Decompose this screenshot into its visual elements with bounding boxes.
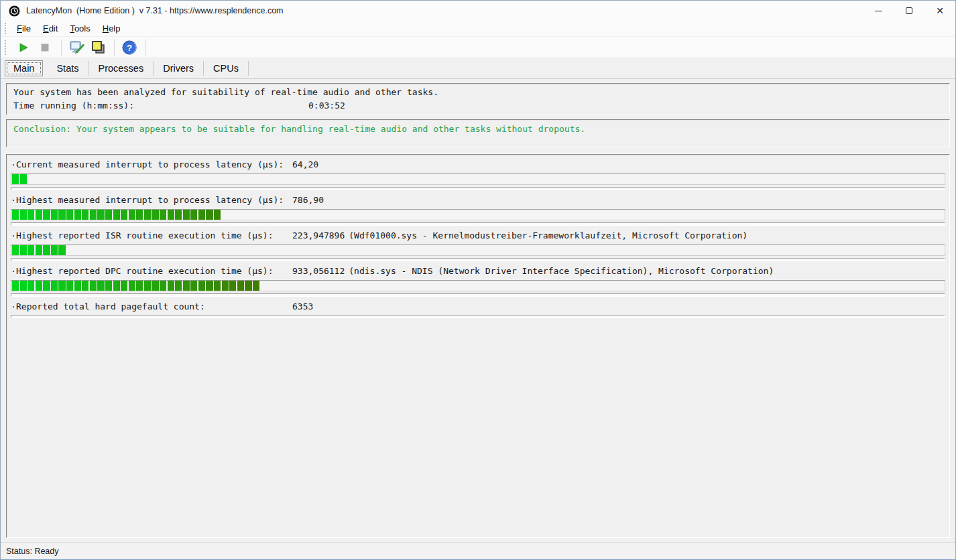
close-button[interactable]: ✕	[924, 1, 955, 21]
measurement-line: ·Current measured interrupt to process l…	[11, 159, 945, 171]
time-running-label: Time running (h:mm:ss):	[13, 99, 308, 113]
minimize-button[interactable]	[863, 1, 894, 21]
tab-drivers[interactable]: Drivers	[154, 61, 203, 76]
bar-segment	[206, 210, 213, 220]
bar-segment	[82, 281, 88, 291]
measurement-row: ·Highest reported DPC routine execution …	[11, 265, 945, 297]
bar-segment	[129, 281, 135, 291]
latency-bar-track	[11, 173, 945, 185]
bar-segment	[183, 210, 190, 220]
maximize-icon	[906, 7, 912, 14]
bar-segment	[113, 210, 120, 220]
measurement-label: Reported total hard pagefault count:	[16, 301, 292, 313]
menubar-gripper[interactable]	[5, 23, 8, 34]
latency-bar-track	[11, 280, 945, 291]
conclusion-text: Conclusion: Your system appears to be su…	[13, 124, 943, 134]
tab-stats[interactable]: Stats	[47, 61, 88, 76]
copy-report-button[interactable]	[88, 39, 108, 56]
close-icon: ✕	[936, 6, 944, 15]
play-icon	[18, 42, 29, 53]
bar-segment	[20, 210, 27, 220]
maximize-button[interactable]	[894, 1, 924, 21]
bar-segment	[105, 210, 112, 220]
latency-bar-track	[11, 244, 945, 256]
bar-segment	[183, 281, 190, 291]
menu-help[interactable]: Help	[97, 21, 127, 36]
bar-segment	[58, 210, 65, 220]
bar-segment	[253, 281, 259, 291]
measurement-driver-info: (ndis.sys - NDIS (Network Driver Interfa…	[349, 266, 774, 276]
separator-groove	[11, 315, 945, 318]
conclusion-panel: Conclusion: Your system appears to be su…	[6, 119, 950, 147]
bar-segment	[20, 174, 27, 184]
bar-segment	[36, 281, 42, 291]
measurement-value: 786,90	[292, 194, 345, 206]
bar-segment	[160, 210, 166, 220]
measurement-value: 223,947896	[292, 230, 345, 242]
bar-segment	[214, 281, 221, 291]
bar-segment	[136, 281, 143, 291]
status-text: Status: Ready	[6, 547, 59, 556]
bar-segment	[168, 210, 174, 220]
menu-tools[interactable]: Tools	[64, 21, 96, 36]
bar-segment	[198, 210, 205, 220]
measurement-line: ·Highest reported ISR routine execution …	[11, 230, 945, 242]
bar-segment	[27, 245, 34, 255]
tab-separator	[248, 61, 249, 76]
bar-segment	[152, 281, 158, 291]
separator-groove	[11, 258, 945, 261]
bar-segment	[20, 245, 27, 255]
help-button[interactable]: ?	[119, 39, 139, 56]
separator-groove	[11, 222, 945, 226]
stop-icon	[40, 43, 50, 52]
bar-segment	[82, 210, 88, 220]
tab-processes[interactable]: Processes	[88, 61, 153, 76]
minimize-icon	[875, 11, 882, 11]
bar-segment	[229, 281, 236, 291]
bar-segment	[12, 174, 19, 184]
menubar: File Edit Tools Help	[1, 21, 955, 37]
tab-main[interactable]: Main	[5, 60, 43, 76]
bar-segment	[97, 210, 104, 220]
menu-edit[interactable]: Edit	[37, 21, 64, 36]
stop-monitor-button[interactable]	[35, 39, 55, 56]
bar-segment	[12, 281, 19, 291]
menu-file[interactable]: File	[11, 21, 37, 36]
bar-segment	[51, 210, 58, 220]
measurement-value: 933,056112	[292, 265, 345, 277]
toolbar-gripper[interactable]	[5, 40, 8, 55]
tab-cpus[interactable]: CPUs	[204, 61, 248, 76]
bar-segment	[36, 245, 42, 255]
options-button[interactable]	[66, 39, 86, 56]
bar-segment	[43, 281, 50, 291]
separator-groove	[11, 187, 945, 190]
bar-segment	[113, 281, 120, 291]
bullet-dot: ·	[11, 301, 16, 313]
window-controls: ✕	[863, 1, 955, 21]
toolbar-separator	[114, 40, 115, 56]
measurement-label: Highest reported ISR routine execution t…	[16, 230, 292, 242]
bullet-dot: ·	[11, 230, 16, 242]
bar-segment	[214, 210, 221, 220]
latencymon-window: LatencyMon (Home Edition ) v 7.31 - http…	[0, 0, 956, 560]
start-monitor-button[interactable]	[13, 39, 34, 56]
bar-segment	[74, 281, 81, 291]
bar-segment	[121, 281, 127, 291]
measurement-value: 64,20	[292, 159, 345, 171]
bar-segment	[74, 210, 81, 220]
toolbar-separator	[145, 40, 146, 56]
separator-groove	[11, 293, 945, 297]
bar-segment	[190, 210, 197, 220]
main-content: Your system has been analyzed for suitab…	[1, 79, 955, 542]
bar-segment	[36, 210, 42, 220]
bar-segment	[12, 210, 19, 220]
toolbar-separator	[61, 40, 62, 56]
measurement-row: ·Reported total hard pagefault count:635…	[11, 301, 945, 318]
latency-bar-track	[11, 209, 945, 220]
bar-segment	[66, 281, 73, 291]
app-icon	[9, 5, 20, 17]
measurement-driver-info: (Wdf01000.sys - Kernelmodustreiber-Frame…	[349, 230, 748, 240]
measurement-label: Current measured interrupt to process la…	[16, 159, 292, 171]
measurement-row: ·Highest measured interrupt to process l…	[11, 194, 945, 226]
time-running-value: 0:03:52	[308, 100, 345, 111]
